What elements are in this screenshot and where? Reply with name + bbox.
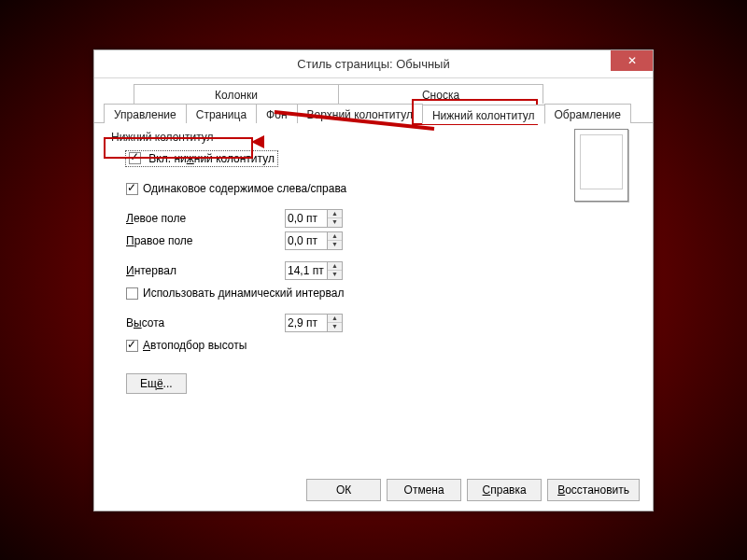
group-frame: Нижний колонтитул Вкл. нижний колонтитул… — [111, 133, 638, 394]
group-label: Нижний колонтитул — [111, 131, 214, 144]
spin-up-icon[interactable]: ▲ — [328, 262, 342, 271]
autofit-label: Автоподбор высоты — [143, 339, 247, 352]
spin-up-icon[interactable]: ▲ — [328, 210, 342, 218]
reset-button[interactable]: Восстановить — [547, 479, 640, 501]
tab-page[interactable]: Страница — [186, 104, 257, 123]
tab-footnote[interactable]: Сноска — [338, 84, 543, 104]
spacing-spinner[interactable]: ▲▼ — [285, 261, 343, 280]
spin-down-icon[interactable]: ▼ — [328, 323, 342, 331]
dialog-title: Стиль страницы: Обычный — [297, 57, 449, 71]
tab-footer[interactable]: Нижний колонтитул — [422, 105, 545, 124]
same-row: Одинаковое содержимое слева/справа — [126, 177, 638, 200]
dynamic-checkbox[interactable] — [126, 287, 138, 300]
tab-background[interactable]: Фон — [256, 104, 297, 123]
spacing-input[interactable] — [286, 262, 327, 279]
spacing-label: Интервал — [126, 264, 285, 277]
spin-down-icon[interactable]: ▼ — [328, 271, 342, 279]
page-preview — [574, 129, 628, 202]
enable-checkbox[interactable] — [129, 152, 141, 164]
enable-row: Вкл. нижний колонтитул — [126, 147, 638, 170]
tab-organizer[interactable]: Управление — [104, 104, 187, 123]
close-button[interactable]: ✕ — [611, 50, 653, 71]
same-label: Одинаковое содержимое слева/справа — [143, 182, 346, 195]
right-margin-label: Правое поле — [126, 234, 285, 247]
tab-header[interactable]: Верхний колонтитул — [297, 104, 423, 123]
spin-up-icon[interactable]: ▲ — [328, 232, 342, 241]
button-bar: ОК Отмена Справка Восстановить — [306, 479, 640, 501]
ok-button[interactable]: ОК — [306, 479, 381, 501]
footer-panel: Нижний колонтитул Вкл. нижний колонтитул… — [94, 123, 653, 394]
more-button[interactable]: Ещё... — [126, 373, 187, 394]
same-checkbox[interactable] — [126, 183, 138, 195]
height-label: Высота — [126, 316, 285, 329]
close-icon: ✕ — [627, 55, 637, 66]
right-margin-input[interactable] — [286, 232, 327, 249]
help-button[interactable]: Справка — [467, 479, 542, 501]
dynamic-row: Использовать динамический интервал — [126, 282, 638, 304]
right-margin-spinner[interactable]: ▲▼ — [285, 231, 343, 250]
height-spinner[interactable]: ▲▼ — [285, 314, 343, 332]
tab-strip: Колонки Сноска Управление Страница Фон В… — [94, 84, 653, 123]
left-margin-label: Левое поле — [126, 212, 285, 225]
page-style-dialog: Стиль страницы: Обычный ✕ Колонки Сноска… — [93, 49, 654, 511]
tab-borders[interactable]: Обрамление — [544, 104, 631, 123]
autofit-checkbox[interactable] — [126, 340, 138, 352]
spin-down-icon[interactable]: ▼ — [328, 241, 342, 249]
enable-label: Вкл. нижний колонтитул — [148, 152, 275, 165]
height-input[interactable] — [286, 315, 327, 331]
tab-columns[interactable]: Колонки — [134, 84, 339, 104]
spin-up-icon[interactable]: ▲ — [328, 315, 342, 323]
cancel-button[interactable]: Отмена — [387, 479, 461, 501]
left-margin-input[interactable] — [286, 210, 327, 227]
spin-down-icon[interactable]: ▼ — [328, 218, 342, 227]
left-margin-spinner[interactable]: ▲▼ — [285, 209, 343, 228]
titlebar: Стиль страницы: Обычный ✕ — [94, 50, 653, 78]
autofit-row: Автоподбор высоты — [126, 334, 638, 357]
dynamic-label: Использовать динамический интервал — [143, 287, 344, 300]
